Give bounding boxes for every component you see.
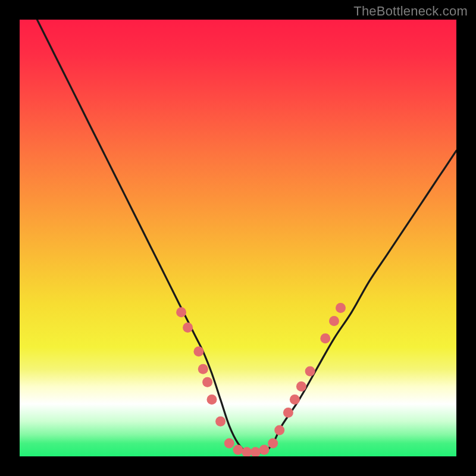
chart-stage: TheBottleneck.com: [0, 0, 476, 476]
watermark-text: TheBottleneck.com: [353, 4, 468, 19]
data-marker: [224, 439, 234, 449]
data-marker: [320, 333, 330, 343]
data-marker: [329, 316, 339, 326]
curve-svg: [20, 20, 456, 456]
data-marker: [215, 416, 226, 427]
data-marker: [290, 394, 300, 405]
data-marker: [202, 377, 212, 387]
data-marker: [250, 447, 261, 456]
data-marker: [233, 445, 243, 455]
data-marker: [176, 307, 186, 317]
marker-group: [176, 303, 346, 456]
plot-area: [20, 20, 456, 456]
data-marker: [274, 425, 284, 436]
data-marker: [259, 445, 270, 455]
data-marker: [283, 408, 293, 418]
data-marker: [336, 303, 346, 313]
bottleneck-curve: [37, 20, 456, 453]
data-marker: [183, 322, 193, 333]
data-marker: [207, 394, 217, 405]
data-marker: [296, 381, 306, 392]
data-marker: [305, 366, 315, 376]
data-marker: [198, 364, 208, 374]
data-marker: [193, 346, 203, 356]
data-marker: [268, 439, 278, 449]
